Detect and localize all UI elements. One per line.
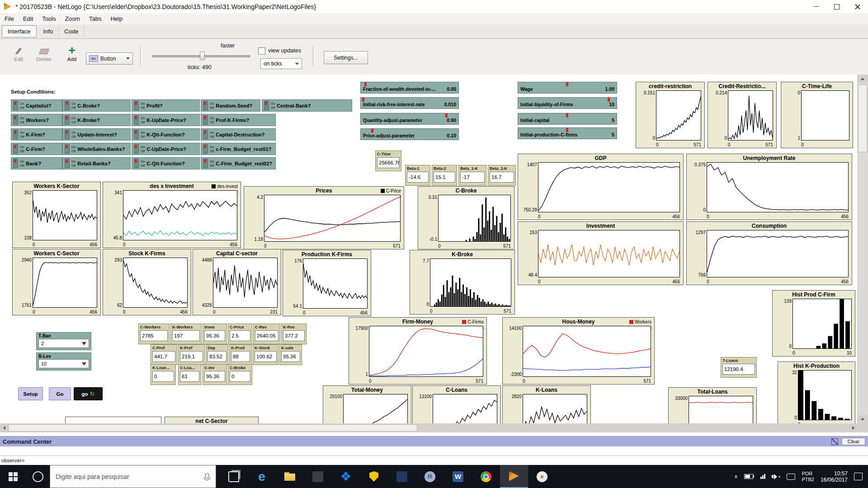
switch-k-update-price[interactable]: OnOffK-UpDate-Price? — [132, 114, 200, 126]
switch-c-qtt-function[interactable]: OnOffC-Qtt-Function? — [132, 157, 200, 169]
slider-quantity-adjust-parameter[interactable]: Quantity-adjust-parameter0.90 — [360, 113, 459, 125]
shield-app-icon[interactable] — [360, 465, 388, 488]
netlogo-window: * 20170523B - NetLogo {C:\Users\elder\Dr… — [0, 0, 868, 488]
app-icon-dark[interactable] — [304, 465, 332, 488]
notification-center-icon[interactable] — [854, 473, 863, 480]
slider-handle[interactable] — [566, 113, 568, 117]
go-button[interactable]: Go — [49, 387, 71, 400]
plot-area — [303, 258, 368, 309]
scroll-right-button[interactable] — [849, 423, 857, 432]
chooser-b-lev[interactable]: B-Lev 10 — [36, 352, 91, 371]
switch-retail-banks[interactable]: OnOffRetail-Banks? — [62, 157, 131, 169]
menu-tools[interactable]: Tools — [38, 15, 60, 22]
microphone-icon[interactable] — [204, 473, 210, 480]
slider-wage[interactable]: Wage1.00 — [518, 82, 617, 94]
switch-c-firm-budget-rest02[interactable]: OnOffC-Firm_Budget_rest02? — [201, 157, 276, 169]
horizontal-scrollbar[interactable] — [0, 423, 857, 432]
update-mode-dropdown[interactable]: on ticks — [260, 58, 302, 69]
widget-type-dropdown[interactable]: abc Button — [86, 52, 133, 65]
switch-wholesales-banks[interactable]: OnOffWholeSales-Banks? — [62, 143, 131, 155]
slider-initial-capital[interactable]: Initial-capital5 — [518, 113, 617, 125]
horizontal-scroll-thumb[interactable] — [8, 424, 417, 432]
switch-c-firm[interactable]: OnOffC-Firm? — [11, 143, 62, 155]
view-updates-checkbox[interactable] — [258, 47, 265, 55]
switch-k-qtt-function[interactable]: OnOffK-Qtt-Function? — [132, 128, 200, 141]
menu-zoom[interactable]: Zoom — [61, 15, 85, 22]
dropbox-icon[interactable]: ❖ — [332, 465, 360, 488]
scroll-up-button[interactable] — [857, 75, 868, 83]
scroll-down-button[interactable] — [857, 415, 868, 423]
vertical-scroll-thumb[interactable] — [858, 84, 867, 152]
switch-c-broke[interactable]: OnOffC-Broke? — [62, 99, 131, 112]
switch-update-interest[interactable]: OnOffUpdate-Interest? — [62, 128, 131, 141]
switch-profit[interactable]: OnOffProfit? — [132, 99, 200, 112]
eviews-icon[interactable]: e — [528, 465, 556, 488]
slider-handle[interactable] — [608, 98, 610, 102]
start-button[interactable] — [0, 465, 26, 488]
setup-button[interactable]: Setup — [18, 387, 43, 400]
menu-help[interactable]: Help — [106, 15, 127, 22]
switch-on-label: On — [20, 160, 24, 164]
keyboard-icon[interactable] — [787, 474, 795, 480]
battery-icon[interactable] — [744, 474, 754, 479]
slider-handle[interactable] — [362, 98, 364, 102]
switch-workers[interactable]: OnOffWorkers? — [11, 114, 62, 126]
menu-file[interactable]: File — [0, 15, 19, 22]
close-button[interactable] — [847, 0, 868, 13]
switch-c-update-price[interactable]: OnOffC-UpDate-Price? — [132, 143, 200, 155]
slider-handle[interactable] — [371, 129, 373, 133]
task-view-icon[interactable] — [220, 465, 248, 488]
command-input[interactable] — [26, 456, 866, 465]
slider-handle[interactable] — [445, 113, 448, 117]
slider-initial-production-c-firms[interactable]: Initial-production-C-firms5 — [518, 127, 617, 139]
chrome-icon[interactable] — [472, 465, 500, 488]
scroll-left-button[interactable] — [0, 423, 8, 432]
word-icon[interactable]: W — [444, 465, 472, 488]
slider-handle[interactable] — [364, 82, 367, 86]
switch-bank[interactable]: OnOffBank? — [11, 157, 62, 169]
slider-handle[interactable] — [566, 82, 568, 86]
minimize-button[interactable] — [806, 0, 826, 13]
tab-code[interactable]: Code — [59, 26, 84, 37]
slider-initial-risk-free-interest-rate[interactable]: Initial-risk-free-interest-rate0.010 — [360, 97, 459, 109]
taskbar-search[interactable]: Digite aqui para pesquisar — [50, 465, 216, 488]
speed-slider-thumb[interactable] — [200, 52, 205, 60]
maximize-button[interactable] — [826, 0, 847, 13]
add-widget-button[interactable]: Add — [61, 46, 82, 62]
volume-muted-icon[interactable]: × — [772, 474, 780, 479]
menu-tabs[interactable]: Tabs — [85, 15, 106, 22]
vertical-scrollbar[interactable] — [857, 75, 868, 423]
switch-capitalist[interactable]: OnOffCapitalist? — [11, 99, 62, 112]
tray-expand-icon[interactable]: ∧ — [734, 474, 738, 479]
delete-widget-button[interactable]: Delete — [33, 46, 54, 62]
clear-button[interactable]: Clear — [842, 438, 865, 445]
switch-random-seed[interactable]: OnOffRandom-Seed? — [201, 99, 260, 112]
switch-capital-destruction[interactable]: OnOffCapital-Destruction? — [201, 128, 276, 141]
app-icon-navy[interactable] — [388, 465, 416, 488]
cortana-button[interactable] — [26, 465, 50, 488]
tab-interface[interactable]: Interface — [2, 25, 37, 38]
edit-widget-button[interactable]: Edit — [8, 46, 29, 62]
language-indicator[interactable]: POR PTB2 — [802, 471, 814, 483]
switch-c-firm-budget-rest01[interactable]: OnOffc-Firm_Budget_rest01? — [201, 143, 276, 155]
netlogo-icon[interactable] — [500, 465, 528, 488]
tab-info[interactable]: Info — [38, 26, 59, 37]
switch-prof-k-firms[interactable]: OnOffProf-K-Firms? — [201, 114, 276, 126]
go-forever-button[interactable]: go — [74, 387, 103, 400]
slider-fraction-of-wealth-devoted-to[interactable]: Fraction-of-wealth-devoted-to-...0.05 — [360, 82, 459, 94]
resize-icon[interactable] — [831, 438, 838, 445]
switch-k-firm[interactable]: OnOffK-Firm? — [11, 128, 62, 141]
slider-handle[interactable] — [566, 128, 568, 132]
file-explorer-icon[interactable] — [276, 465, 304, 488]
switch-central-bank[interactable]: OnOffCentral-Bank? — [262, 99, 352, 112]
slider-initial-liquidity-of-firms[interactable]: Initial-liquidity-of-Firms10 — [518, 97, 617, 109]
clock[interactable]: 10:57 16/06/2017 — [821, 470, 848, 483]
chooser-t-ban[interactable]: T-Ban 2 — [36, 332, 91, 350]
rstudio-icon[interactable]: R — [416, 465, 444, 488]
slider-price-adjust-parameter[interactable]: Price-adjust-parameter0.10 — [360, 128, 459, 140]
menu-edit[interactable]: Edit — [19, 15, 38, 22]
edge-icon[interactable]: e — [248, 465, 276, 488]
network-icon[interactable] — [760, 474, 765, 479]
switch-k-broke[interactable]: OnOffK-Broke? — [62, 114, 131, 126]
settings-button[interactable]: Settings... — [324, 51, 368, 64]
